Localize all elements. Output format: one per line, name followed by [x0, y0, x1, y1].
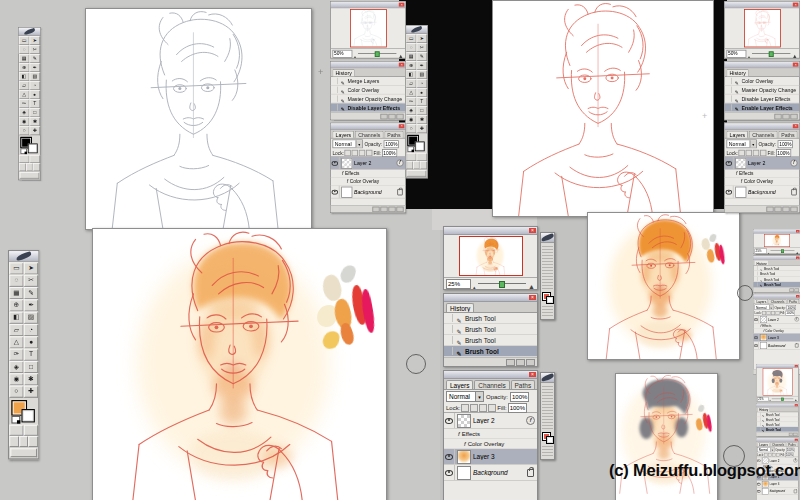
canvas-stage5-gray-hair[interactable]: [615, 373, 718, 500]
tool-button[interactable]: ⊕: [9, 299, 24, 311]
tool-button[interactable]: ▱: [9, 324, 24, 336]
add-mask-button[interactable]: [380, 206, 387, 212]
tool-grid[interactable]: [542, 384, 553, 430]
history-source-checkbox[interactable]: [332, 104, 338, 110]
panel-titlebar[interactable]: [754, 295, 800, 299]
history-state-current[interactable]: Disable Layer Effects: [331, 103, 405, 112]
toolbox-header[interactable]: [406, 26, 427, 34]
screen-mode-button[interactable]: [420, 161, 427, 169]
effects-row[interactable]: Effects: [444, 429, 537, 439]
tool-button[interactable]: ◧: [406, 70, 417, 79]
history-source-checkbox[interactable]: [754, 283, 758, 287]
zoom-slider-knob[interactable]: [375, 51, 380, 57]
add-layer-style-button[interactable]: [372, 206, 379, 212]
new-document-from-state-button[interactable]: [380, 113, 387, 119]
tool-button[interactable]: ✎: [29, 54, 40, 63]
tool-button[interactable]: ✂: [24, 275, 39, 287]
tool-button[interactable]: ✱: [24, 373, 39, 385]
close-icon[interactable]: [795, 404, 798, 406]
tool-button[interactable]: ▨: [24, 312, 39, 324]
fill-value[interactable]: 100%: [776, 149, 791, 157]
navigator-zoom-value[interactable]: 50%: [332, 49, 352, 57]
screen-mode-buttons[interactable]: [542, 304, 553, 318]
delete-state-button[interactable]: [526, 359, 535, 366]
layer-effects-icon[interactable]: [795, 317, 800, 322]
background-color-swatch[interactable]: [28, 143, 38, 153]
tool-button[interactable]: ●: [29, 90, 40, 99]
panel-titlebar[interactable]: [444, 227, 537, 235]
tool-button[interactable]: ▦: [9, 287, 24, 299]
tab-channels[interactable]: Channels: [474, 380, 509, 389]
tool-button[interactable]: ◈: [406, 106, 417, 115]
delete-layer-button[interactable]: [396, 206, 403, 212]
quick-mask-button[interactable]: [406, 153, 417, 161]
layer-thumbnail[interactable]: [457, 466, 471, 480]
new-snapshot-button[interactable]: [516, 359, 525, 366]
lock-position-button[interactable]: [753, 149, 759, 155]
tool-button[interactable]: ✑: [9, 349, 24, 361]
layer-row-layer2[interactable]: Layer 2: [754, 316, 800, 324]
visibility-eye-icon[interactable]: [754, 342, 760, 350]
tool-button[interactable]: T: [416, 97, 427, 106]
visibility-eye-icon[interactable]: [754, 334, 760, 342]
close-icon[interactable]: [529, 228, 536, 233]
tool-button[interactable]: ◌: [19, 45, 30, 54]
delete-state-button[interactable]: [793, 433, 797, 436]
tool-button[interactable]: ✎: [24, 287, 39, 299]
tab-layers[interactable]: Layers: [726, 131, 748, 138]
layer-row-layer2[interactable]: Layer 2: [331, 157, 405, 170]
tool-button[interactable]: ○: [406, 124, 417, 133]
tool-button[interactable]: T: [24, 349, 39, 361]
screen-mode-button[interactable]: [413, 161, 420, 169]
history-source-checkbox[interactable]: [332, 87, 338, 93]
lock-pixels-button[interactable]: [352, 149, 358, 155]
blend-mode-select[interactable]: Normal: [446, 391, 484, 402]
toolbox-mini[interactable]: [540, 232, 555, 320]
screen-mode-button[interactable]: [19, 163, 26, 171]
lock-all-button[interactable]: [776, 311, 780, 315]
tab-layers[interactable]: Layers: [755, 299, 769, 304]
close-icon[interactable]: [399, 3, 405, 7]
history-source-checkbox[interactable]: [726, 87, 732, 93]
tool-button[interactable]: ▦: [19, 54, 30, 63]
fill-value[interactable]: 100%: [382, 149, 397, 157]
history-source-checkbox[interactable]: [757, 413, 761, 417]
lock-transparency-button[interactable]: [461, 404, 469, 412]
layer-row-layer3[interactable]: Layer 3: [444, 449, 537, 465]
zoom-slider[interactable]: [358, 53, 397, 54]
tool-button[interactable]: ▭: [406, 34, 417, 43]
close-icon[interactable]: [796, 230, 800, 233]
lock-position-button[interactable]: [771, 311, 775, 315]
new-snapshot-button[interactable]: [790, 288, 795, 292]
zoom-slider-knob[interactable]: [781, 398, 784, 401]
tool-button[interactable]: ○: [9, 386, 24, 398]
tool-button[interactable]: ●: [416, 88, 427, 97]
layer-thumbnail[interactable]: [735, 186, 746, 197]
close-icon[interactable]: [795, 439, 798, 441]
new-snapshot-button[interactable]: [789, 433, 793, 436]
layer-thumbnail[interactable]: [341, 186, 352, 197]
tool-button[interactable]: ▨: [29, 72, 40, 81]
close-icon[interactable]: [796, 257, 800, 260]
panel-titlebar[interactable]: [331, 2, 405, 8]
visibility-eye-icon[interactable]: [725, 186, 734, 198]
lock-transparency-button[interactable]: [762, 311, 766, 315]
panel-titlebar[interactable]: [725, 123, 799, 129]
close-icon[interactable]: [399, 63, 405, 67]
tool-button[interactable]: ◔: [24, 324, 39, 336]
lock-all-button[interactable]: [760, 149, 766, 155]
navigator-zoom-value[interactable]: 50%: [726, 49, 746, 57]
tab-layers[interactable]: Layers: [446, 380, 473, 389]
jump-to-imageready-button[interactable]: [20, 172, 40, 179]
tool-button[interactable]: ▭: [9, 262, 24, 274]
layer-thumbnail[interactable]: [762, 481, 768, 487]
tool-grid[interactable]: [542, 244, 553, 290]
background-color-swatch[interactable]: [21, 409, 34, 422]
opacity-value[interactable]: 100%: [786, 447, 795, 452]
zoom-slider-knob[interactable]: [499, 281, 505, 288]
layer-row-background[interactable]: Background: [331, 186, 405, 199]
tool-button[interactable]: ◧: [19, 72, 30, 81]
tool-button[interactable]: ◈: [19, 108, 30, 117]
zoom-slider[interactable]: [478, 283, 527, 284]
new-snapshot-button[interactable]: [782, 113, 789, 119]
